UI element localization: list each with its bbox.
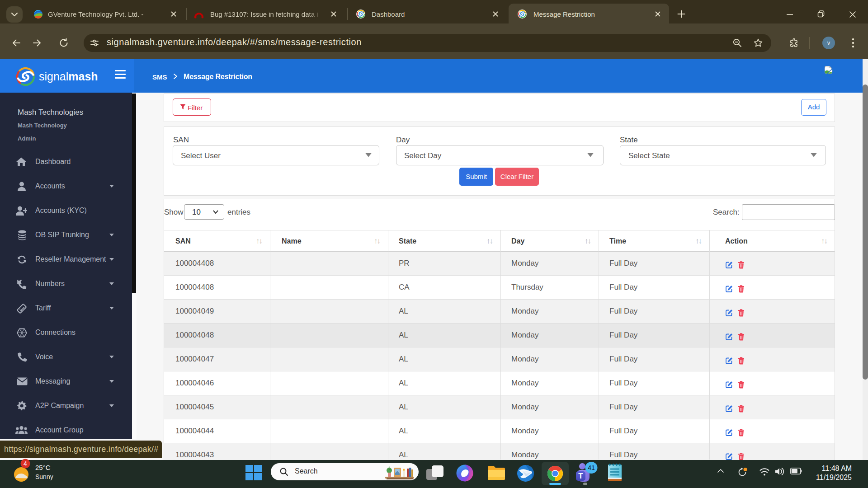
svg-text:41: 41 bbox=[588, 464, 595, 471]
svg-text:T: T bbox=[578, 472, 583, 480]
svg-text:4: 4 bbox=[24, 460, 27, 467]
